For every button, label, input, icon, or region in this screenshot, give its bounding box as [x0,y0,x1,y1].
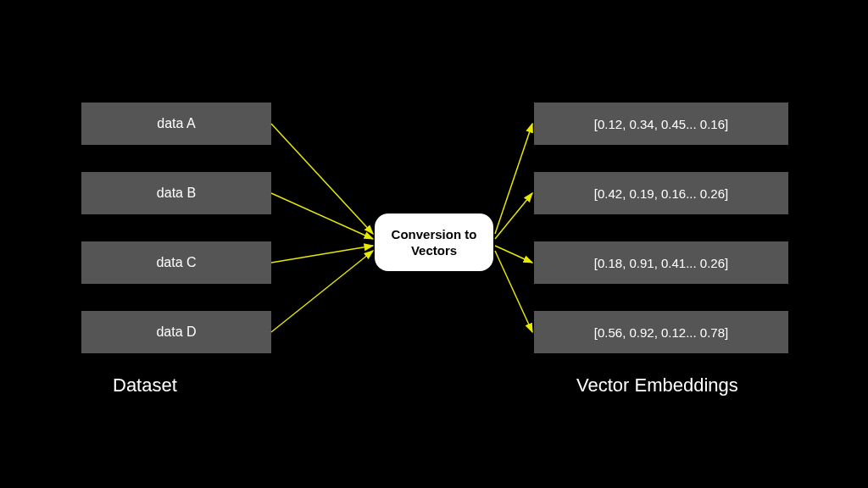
vector-box-1: [0.42, 0.19, 0.16... 0.26] [534,172,788,214]
svg-line-5 [495,124,532,234]
svg-line-1 [271,124,373,234]
dataset-label: Dataset [113,374,177,396]
vector-label: [0.18, 0.91, 0.41... 0.26] [594,256,728,270]
data-label: data C [156,255,196,270]
svg-line-3 [271,246,373,263]
data-box-d: data D [81,311,271,353]
svg-line-8 [495,251,532,332]
vector-label: [0.56, 0.92, 0.12... 0.78] [594,325,728,340]
conversion-label: Conversion to Vectors [381,226,487,259]
conversion-box: Conversion to Vectors [375,214,493,271]
embeddings-label: Vector Embeddings [576,374,738,396]
vector-embedding-diagram: data A data B data C data D Conversion t… [0,0,868,488]
svg-line-6 [495,193,532,239]
data-label: data B [157,186,196,201]
data-box-c: data C [81,241,271,284]
svg-line-4 [271,251,373,332]
vector-box-3: [0.56, 0.92, 0.12... 0.78] [534,311,788,353]
vector-label: [0.12, 0.34, 0.45... 0.16] [594,117,728,131]
vector-box-0: [0.12, 0.34, 0.45... 0.16] [534,103,788,145]
data-box-b: data B [81,172,271,214]
vector-label: [0.42, 0.19, 0.16... 0.26] [594,186,728,201]
svg-line-2 [271,193,373,239]
data-label: data D [156,324,196,340]
data-label: data A [157,116,195,131]
svg-line-7 [495,246,532,263]
vector-box-2: [0.18, 0.91, 0.41... 0.26] [534,241,788,284]
data-box-a: data A [81,103,271,145]
